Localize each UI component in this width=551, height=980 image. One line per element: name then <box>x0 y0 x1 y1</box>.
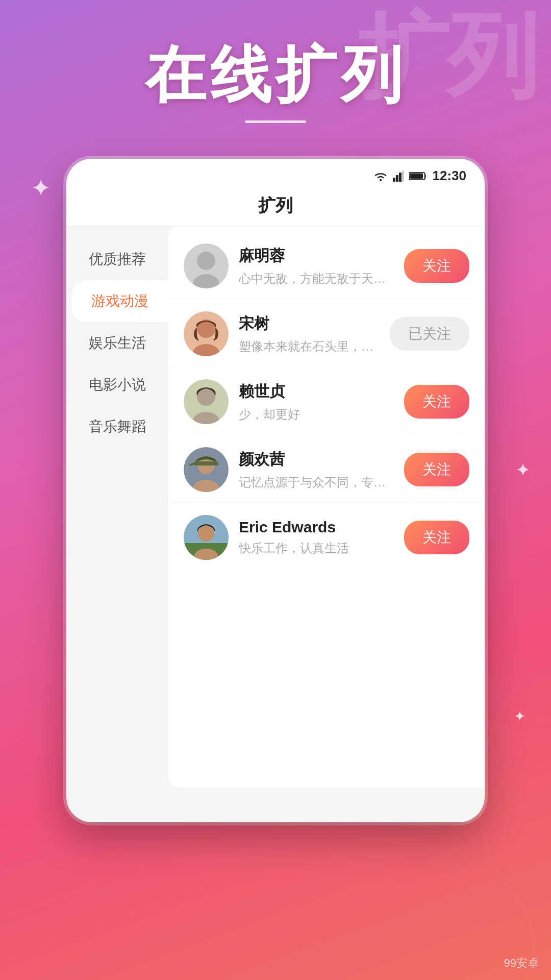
hero-divider <box>245 120 306 123</box>
user-name: 赖世贞 <box>239 381 394 402</box>
user-info: 颜欢茜 记忆点源于与众不同，专业... <box>239 449 394 491</box>
svg-rect-4 <box>402 170 404 182</box>
sidebar-item-quality[interactable]: 优质推荐 <box>66 238 168 280</box>
phone-frame: 12:30 扩列 优质推荐 游戏动漫 娱乐生活 电影小说 <box>66 159 485 822</box>
sidebar-item-entertainment[interactable]: 娱乐生活 <box>66 322 168 364</box>
user-name: Eric Edwards <box>239 519 394 536</box>
follow-button[interactable]: 关注 <box>404 385 469 419</box>
svg-rect-2 <box>396 175 398 182</box>
svg-point-0 <box>380 179 382 181</box>
wifi-icon <box>373 170 388 182</box>
svg-rect-6 <box>410 173 422 179</box>
avatar[interactable] <box>184 447 229 492</box>
avatar[interactable] <box>184 311 229 356</box>
user-desc: 心中无敌，方能无敌于天下... <box>239 271 394 287</box>
user-desc: 快乐工作，认真生活 <box>239 540 394 556</box>
svg-rect-18 <box>194 461 218 465</box>
svg-rect-1 <box>393 178 395 182</box>
app-title: 扩列 <box>258 195 293 215</box>
phone-mockup: 12:30 扩列 优质推荐 游戏动漫 娱乐生活 电影小说 <box>66 159 485 822</box>
watermark: 99安卓 <box>504 955 539 971</box>
svg-rect-3 <box>399 173 402 182</box>
user-row: 赖世贞 少，却更好 关注 <box>184 379 469 424</box>
user-info: 宋树 塑像本来就在石头里，我只... <box>239 313 380 355</box>
user-name: 麻明蓉 <box>239 246 394 266</box>
follow-button[interactable]: 已关注 <box>390 317 469 351</box>
avatar[interactable] <box>184 379 229 424</box>
sparkle-decoration-1: ✦ <box>31 174 51 202</box>
sparkle-decoration-3: ✦ <box>514 708 525 725</box>
hero-title: 在线扩列 <box>0 41 551 108</box>
user-item: 赖世贞 少，却更好 关注 <box>168 367 485 435</box>
user-name: 宋树 <box>239 313 380 334</box>
user-desc: 塑像本来就在石头里，我只... <box>239 338 380 355</box>
sparkle-decoration-2: ✦ <box>515 459 531 481</box>
signal-icon <box>393 170 404 182</box>
svg-point-8 <box>197 252 215 270</box>
avatar[interactable] <box>184 515 229 560</box>
sidebar-item-music[interactable]: 音乐舞蹈 <box>66 406 168 448</box>
user-info: 赖世贞 少，却更好 <box>239 381 394 423</box>
follow-button[interactable]: 关注 <box>404 453 469 486</box>
status-bar: 12:30 <box>66 159 485 184</box>
app-header: 扩列 <box>66 184 485 226</box>
user-row: Eric Edwards 快乐工作，认真生活 关注 <box>184 515 469 560</box>
sidebar-item-game[interactable]: 游戏动漫 <box>71 280 168 322</box>
sidebar-item-movie[interactable]: 电影小说 <box>66 364 168 406</box>
user-info: Eric Edwards 快乐工作，认真生活 <box>239 519 394 556</box>
hero-section: 在线扩列 <box>0 0 551 138</box>
user-item: 麻明蓉 心中无敌，方能无敌于天下... 关注 <box>168 231 485 299</box>
user-info: 麻明蓉 心中无敌，方能无敌于天下... <box>239 246 394 287</box>
user-row: 麻明蓉 心中无敌，方能无敌于天下... 关注 <box>184 243 469 288</box>
user-item: 宋树 塑像本来就在石头里，我只... 已关注 <box>168 299 485 367</box>
avatar[interactable] <box>184 243 229 288</box>
status-icons: 12:30 <box>373 168 467 184</box>
user-item: 颜欢茜 记忆点源于与众不同，专业... 关注 <box>168 435 485 503</box>
user-desc: 记忆点源于与众不同，专业... <box>239 474 394 491</box>
user-name: 颜欢茜 <box>239 449 394 470</box>
user-list: 麻明蓉 心中无敌，方能无敌于天下... 关注 <box>168 226 485 788</box>
user-row: 宋树 塑像本来就在石头里，我只... 已关注 <box>184 311 469 356</box>
follow-button[interactable]: 关注 <box>404 521 469 554</box>
content-area: 优质推荐 游戏动漫 娱乐生活 电影小说 音乐舞蹈 <box>66 226 485 788</box>
svg-point-23 <box>198 525 214 542</box>
sidebar: 优质推荐 游戏动漫 娱乐生活 电影小说 音乐舞蹈 <box>66 226 168 788</box>
user-row: 颜欢茜 记忆点源于与众不同，专业... 关注 <box>184 447 469 492</box>
battery-icon <box>409 171 428 181</box>
follow-button[interactable]: 关注 <box>404 249 469 283</box>
user-item: Eric Edwards 快乐工作，认真生活 关注 <box>168 503 485 570</box>
user-desc: 少，却更好 <box>239 406 394 423</box>
status-time: 12:30 <box>433 168 467 184</box>
